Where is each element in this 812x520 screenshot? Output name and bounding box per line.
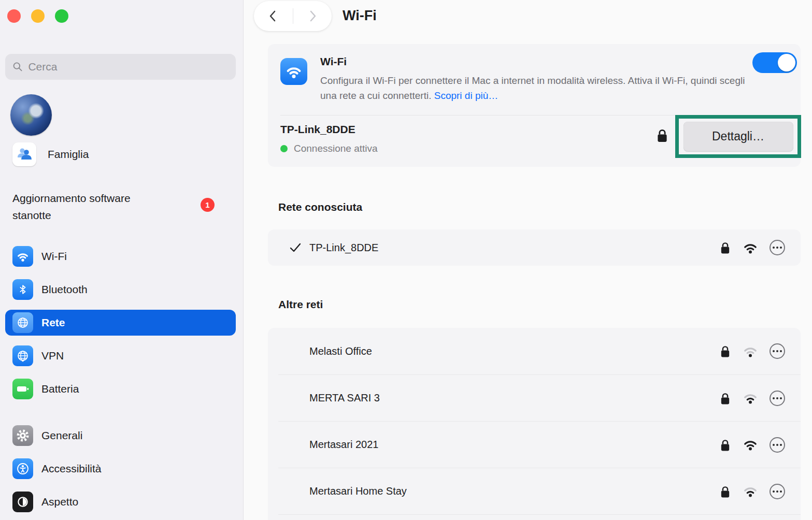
wifi-card-title: Wi-Fi xyxy=(320,55,347,68)
status-text: Connessione attiva xyxy=(294,143,378,154)
lock-icon xyxy=(719,438,731,452)
lock-icon xyxy=(719,344,731,358)
wifi-icon xyxy=(12,246,33,267)
battery-icon xyxy=(12,379,33,399)
family-icon xyxy=(12,142,36,166)
network-row[interactable]: TP-Link_8DDE xyxy=(268,229,801,266)
network-row[interactable]: MERTA SARI 3 xyxy=(278,374,801,421)
back-button[interactable] xyxy=(254,1,293,31)
sidebar-item-label: VPN xyxy=(41,350,64,362)
wifi-app-icon xyxy=(280,58,307,85)
sidebar-item-label: Batteria xyxy=(41,383,79,395)
window-controls xyxy=(7,9,68,23)
lock-icon xyxy=(719,485,731,498)
toggle-knob xyxy=(778,54,795,71)
minimize-window-button[interactable] xyxy=(31,9,45,23)
search-field[interactable] xyxy=(5,54,236,80)
wifi-signal-icon xyxy=(743,438,758,451)
wifi-toggle[interactable] xyxy=(752,52,797,73)
user-avatar[interactable] xyxy=(10,94,52,136)
more-options-button[interactable] xyxy=(770,343,785,359)
profile-name: Famiglia xyxy=(48,148,89,161)
more-options-button[interactable] xyxy=(770,240,785,255)
sidebar: Famiglia Aggiornamento software stanotte… xyxy=(0,0,244,520)
current-network-name: TP-Link_8DDE xyxy=(280,123,355,136)
sidebar-item-label: Bluetooth xyxy=(41,283,88,296)
network-row[interactable]: Mertasari 2021 xyxy=(278,421,801,468)
sidebar-item-accessibilita[interactable]: Accessibilità xyxy=(5,456,236,482)
close-window-button[interactable] xyxy=(7,9,21,23)
other-networks-header: Altre reti xyxy=(278,298,323,311)
wifi-signal-icon xyxy=(743,485,758,498)
network-name: TP-Link_8DDE xyxy=(309,242,378,254)
page-title: Wi-Fi xyxy=(343,8,377,24)
wifi-card-description: Configura il Wi-Fi per connettere il Mac… xyxy=(320,73,745,103)
zoom-window-button[interactable] xyxy=(55,9,68,23)
sidebar-item-bluetooth[interactable]: Bluetooth xyxy=(5,277,236,302)
search-icon xyxy=(12,61,23,73)
more-options-button[interactable] xyxy=(770,484,785,499)
wifi-settings-card: Wi-Fi Configura il Wi-Fi per connettere … xyxy=(268,44,801,167)
known-network-header: Rete conosciuta xyxy=(278,201,362,213)
sidebar-item-rete[interactable]: Rete xyxy=(5,310,236,336)
sidebar-item-vpn[interactable]: VPN xyxy=(5,343,236,369)
checkmark-icon xyxy=(289,242,302,253)
accessibility-icon xyxy=(12,458,33,479)
vpn-icon xyxy=(12,345,33,366)
network-row[interactable]: Mertasari Home Stay xyxy=(278,468,801,514)
sidebar-item-famiglia[interactable]: Famiglia xyxy=(12,142,89,166)
history-navigation xyxy=(254,1,332,31)
known-networks-card: TP-Link_8DDE xyxy=(268,229,801,266)
gear-icon xyxy=(12,425,33,446)
sidebar-item-label: Rete xyxy=(41,316,65,329)
description-text: Configura il Wi-Fi per connettere il Mac… xyxy=(320,75,745,101)
software-update-label: Aggiornamento software stanotte xyxy=(12,190,163,224)
lock-icon xyxy=(719,392,731,405)
network-globe-icon xyxy=(12,312,33,333)
network-name: MERTA SARI 3 xyxy=(309,392,380,404)
more-options-button[interactable] xyxy=(770,391,785,406)
network-name: Melasti Office xyxy=(309,345,372,357)
system-settings-window: Famiglia Aggiornamento software stanotte… xyxy=(0,0,812,520)
sidebar-item-wifi[interactable]: Wi-Fi xyxy=(5,243,236,269)
sidebar-item-generali[interactable]: Generali xyxy=(5,423,236,449)
wifi-signal-icon xyxy=(743,392,758,405)
status-dot-icon xyxy=(280,145,288,152)
lock-icon xyxy=(656,128,669,142)
sidebar-item-software-update[interactable]: Aggiornamento software stanotte 1 xyxy=(12,190,230,224)
wifi-signal-icon xyxy=(743,241,758,254)
main-pane: Wi-Fi Wi-Fi Configura il Wi-Fi per conne… xyxy=(244,0,812,520)
notification-badge: 1 xyxy=(201,198,215,212)
network-row[interactable] xyxy=(278,514,801,520)
network-name: Mertasari 2021 xyxy=(309,439,378,451)
details-button[interactable]: Dettagli… xyxy=(683,122,793,151)
appearance-contrast-icon xyxy=(12,492,33,512)
learn-more-link[interactable]: Scopri di più… xyxy=(434,90,498,101)
network-name: Mertasari Home Stay xyxy=(309,485,407,497)
network-row[interactable]: Melasti Office xyxy=(268,328,801,374)
other-networks-card: Melasti Office MERTA SARI 3 xyxy=(268,328,801,520)
sidebar-item-label: Wi-Fi xyxy=(41,250,67,263)
bluetooth-icon xyxy=(12,279,33,300)
forward-button[interactable] xyxy=(293,1,332,31)
sidebar-item-label: Aspetto xyxy=(41,496,78,508)
connection-status: Connessione attiva xyxy=(280,143,378,154)
more-options-button[interactable] xyxy=(770,437,785,453)
sidebar-item-label: Generali xyxy=(41,429,82,442)
search-input[interactable] xyxy=(28,61,229,73)
wifi-signal-icon xyxy=(743,345,758,358)
sidebar-item-aspetto[interactable]: Aspetto xyxy=(5,489,236,515)
highlight-annotation-box: Dettagli… xyxy=(675,115,801,158)
sidebar-item-label: Accessibilità xyxy=(41,463,102,475)
sidebar-item-batteria[interactable]: Batteria xyxy=(5,376,236,402)
lock-icon xyxy=(719,241,731,254)
